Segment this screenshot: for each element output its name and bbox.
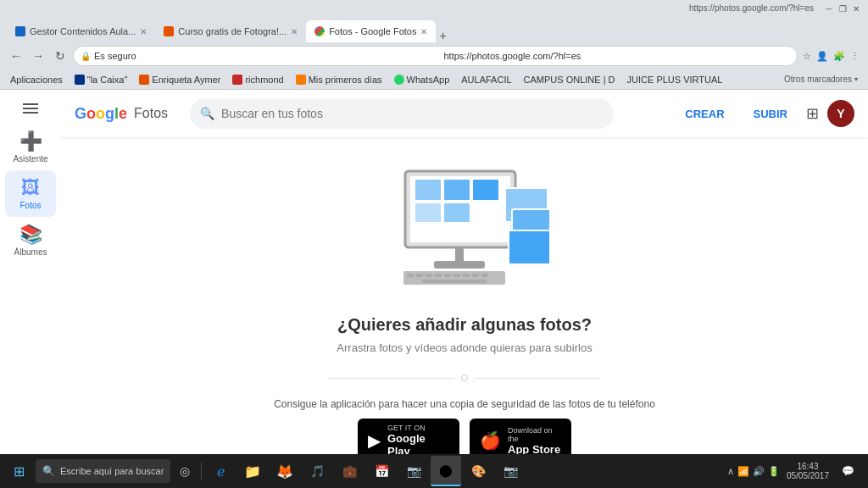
taskbar-app5[interactable]: 💼 [334,456,364,486]
bookmark-icon-richmond [232,75,242,85]
bookmark-richmond[interactable]: richmond [229,73,287,86]
tab-close-2[interactable]: ✕ [291,27,298,36]
sidebar-item-photos[interactable]: 🖼 Fotos [5,170,56,217]
taskbar-ie[interactable]: ℯ [205,456,236,486]
svg-rect-17 [472,274,479,277]
bookmark-aulafacil[interactable]: AULAFACIL [458,73,515,86]
tab-label-1: Gestor Contenidos Aula... [30,26,136,36]
bookmark-label-aulafacil: AULAFACIL [461,75,511,85]
tab-2[interactable]: Curso gratis de Fotogra!... ✕ [155,20,306,42]
sidebar-label-photos: Fotos [19,201,41,210]
taskbar-search[interactable]: 🔍 Escribe aquí para buscar [36,459,170,483]
logo-g1: G [75,105,86,122]
tab-close-1[interactable]: ✕ [140,27,147,36]
address-url: https://photos.google.com/?hl=es [444,51,791,61]
bookmark-others[interactable]: Otros marcadores ▾ [781,73,861,86]
svg-rect-2 [415,180,441,200]
tab-close-3[interactable]: ✕ [420,27,427,36]
taskbar-tray: ∧ 📶 🔊 🔋 16:43 05/05/2017 💬 [722,459,865,483]
divider-circle [461,374,468,381]
avatar[interactable]: Y [827,100,854,127]
svg-rect-22 [509,230,549,264]
google-logo[interactable]: Google Fotos [75,105,168,123]
apps-grid-icon[interactable]: ⊞ [806,104,819,123]
sidebar-item-assistant[interactable]: ➕ Asistente [5,124,56,170]
extensions-button[interactable]: 🧩 [832,49,847,64]
bookmark-label-juiceplus: JUICE PLUS VIRTUAL [627,75,723,85]
bookmark-label-primeros: Mis primeros días [309,75,382,85]
app-shell: ➕ Asistente 🖼 Fotos 📚 Álbumes Google Fot [0,90,868,488]
illustration-container [380,163,549,302]
sidebar-item-albums[interactable]: 📚 Álbumes [5,217,56,263]
new-tab-button[interactable]: + [436,29,449,42]
bookmark-label-campus: CAMPUS ONLINE | D [524,75,615,85]
subir-button[interactable]: SUBIR [743,103,798,125]
profile-button[interactable]: 👤 [815,49,830,64]
tab-3[interactable]: Fotos - Google Fotos ✕ [306,20,436,42]
start-button[interactable]: ⊞ [3,456,34,486]
notification-icon: 💬 [842,465,854,477]
taskbar-app7[interactable]: 📷 [398,456,429,486]
hamburger-line-2 [23,108,38,109]
svg-rect-16 [463,274,470,277]
hamburger-menu[interactable] [16,97,45,120]
google-play-small: GET IT ON [387,424,449,432]
svg-rect-7 [455,247,464,261]
network-icon[interactable]: 📶 [737,466,749,477]
bookmark-whatsapp[interactable]: WhatsApp [391,73,453,86]
bookmark-aplicaciones[interactable]: Aplicaciones [7,73,66,86]
secure-label: Es seguro [94,51,441,61]
browser-shell: https://photos.google.com/?hl=es ─ ❐ ✕ G… [0,0,868,90]
cortana-icon: ◎ [180,464,190,478]
search-input[interactable] [221,107,604,120]
hamburger-line-1 [23,103,38,105]
google-play-text: GET IT ON Google Play [387,424,449,458]
crear-button[interactable]: CREAR [675,103,734,125]
back-button[interactable]: ← [7,47,25,65]
bookmark-enriqueta[interactable]: Enriqueta Aymer [136,73,224,86]
cortana-button[interactable]: ◎ [172,458,198,484]
menu-button[interactable]: ⋮ [849,49,861,64]
taskbar-app10[interactable]: 📷 [495,456,526,486]
clock[interactable]: 16:43 05/05/2017 [783,462,832,480]
battery-icon[interactable]: 🔋 [768,466,780,477]
taskbar-app6[interactable]: 📅 [366,456,397,486]
tab-favicon-2 [164,26,174,36]
logo-fotos: Fotos [134,106,168,121]
taskbar-app3[interactable]: 🦊 [270,456,300,486]
address-actions: ☆ 👤 🧩 ⋮ [801,49,861,64]
bookmark-lacaixa[interactable]: "la Caixa" [71,73,131,86]
windows-icon: ⊞ [14,463,25,480]
taskbar-search-text: Escribe aquí para buscar [60,466,164,476]
divider-line-right [475,378,600,379]
explorer-icon: 📁 [244,463,261,480]
taskbar-divider [201,463,202,480]
svg-rect-4 [473,180,498,200]
bookmark-juiceplus[interactable]: JUICE PLUS VIRTUAL [624,73,726,86]
windows-taskbar: ⊞ 🔍 Escribe aquí para buscar ◎ ℯ 📁 🦊 🎵 💼… [0,454,868,488]
restore-button[interactable]: ❐ [837,3,848,14]
logo-text: Google [75,105,127,123]
taskbar-chrome[interactable]: ⬤ [431,456,461,486]
notification-button[interactable]: 💬 [836,459,860,483]
address-box[interactable]: 🔒 Es seguro https://photos.google.com/?h… [73,46,798,66]
minimize-button[interactable]: ─ [824,3,834,14]
tab-1[interactable]: Gestor Contenidos Aula... ✕ [7,20,155,42]
bookmark-campus[interactable]: CAMPUS ONLINE | D [520,73,619,86]
bookmark-label-richmond: richmond [245,75,283,85]
volume-icon[interactable]: 🔊 [753,466,765,477]
forward-button[interactable]: → [29,47,47,65]
tray-up-arrow[interactable]: ∧ [727,466,734,477]
bookmark-primeros-dias[interactable]: Mis primeros días [292,73,386,86]
svg-rect-5 [415,203,441,222]
search-field[interactable]: 🔍 [190,98,614,129]
bookmark-button[interactable]: ☆ [801,49,813,64]
taskbar-app9[interactable]: 🎨 [463,456,493,486]
bookmark-icon-enriqueta [139,75,149,85]
tab-favicon-3 [314,26,325,36]
taskbar-app4[interactable]: 🎵 [302,456,332,486]
reload-button[interactable]: ↻ [51,47,70,65]
svg-rect-13 [435,274,442,277]
taskbar-explorer[interactable]: 📁 [237,456,268,486]
close-button[interactable]: ✕ [851,3,861,14]
